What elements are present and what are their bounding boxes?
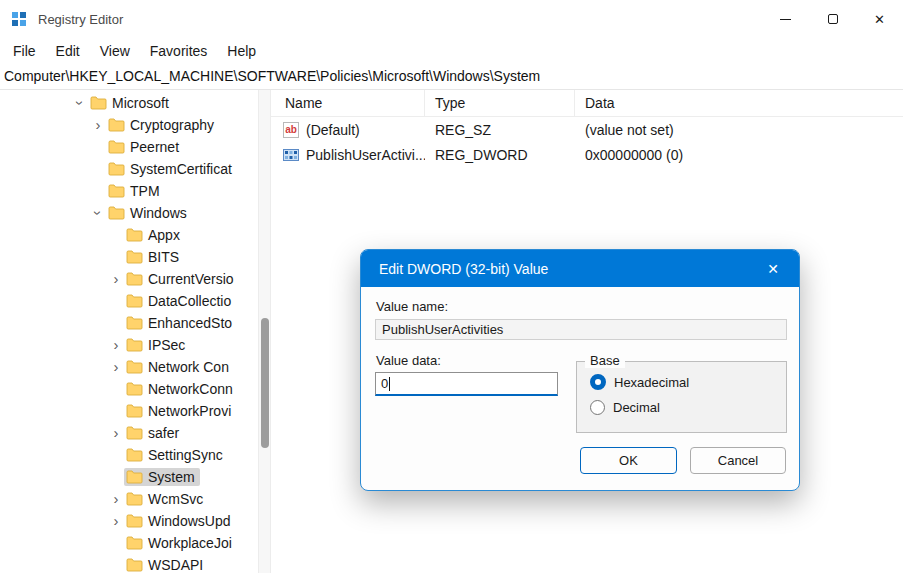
tree-item-wsdapi[interactable]: WSDAPI (0, 554, 258, 573)
radio-decimal[interactable]: Decimal (590, 400, 660, 415)
folder-icon (90, 96, 107, 110)
tree-item-datacollectio[interactable]: DataCollectio (0, 290, 258, 312)
address-path: Computer\HKEY_LOCAL_MACHINE\SOFTWARE\Pol… (4, 68, 540, 84)
menu-file[interactable]: File (3, 41, 46, 61)
tree-item-safer[interactable]: ›safer (0, 422, 258, 444)
value-name-input[interactable]: PublishUserActivities (375, 319, 787, 340)
tree-item-label: WcmSvc (148, 491, 203, 507)
menu-help[interactable]: Help (217, 41, 266, 61)
tree-item-label: EnhancedSto (148, 315, 232, 331)
folder-icon (108, 118, 125, 132)
folder-icon (126, 228, 143, 242)
tree-item-network-con[interactable]: ›Network Con (0, 356, 258, 378)
value-type-text: REG_DWORD (425, 147, 575, 163)
chevron-right-icon[interactable]: › (108, 271, 124, 287)
ok-button-label: OK (619, 453, 638, 468)
chevron-down-icon[interactable]: › (90, 205, 106, 221)
folder-icon (126, 514, 143, 528)
base-group: Base HexadecimalDecimal (576, 361, 787, 433)
chevron-right-icon[interactable]: › (108, 491, 124, 507)
folder-icon (126, 536, 143, 550)
tree-scrollbar[interactable] (258, 90, 271, 573)
value-name-text: PublishUserActivi... (306, 147, 425, 163)
cancel-button[interactable]: Cancel (690, 447, 786, 474)
tree-item-networkprovi[interactable]: NetworkProvi (0, 400, 258, 422)
value-name-text: PublishUserActivities (382, 322, 503, 337)
tree-item-tpm[interactable]: TPM (0, 180, 258, 202)
edit-dword-dialog: Edit DWORD (32-bit) Value ✕ Value name: … (360, 249, 800, 491)
value-row-default[interactable]: ab(Default)REG_SZ(value not set) (271, 117, 903, 142)
dialog-close-button[interactable]: ✕ (763, 259, 783, 279)
tree-item-label: TPM (130, 183, 160, 199)
column-header-data[interactable]: Data (575, 90, 903, 116)
tree-item-microsoft[interactable]: ›Microsoft (0, 92, 258, 114)
value-data-text: 0x00000000 (0) (575, 147, 903, 163)
text-caret (389, 377, 390, 391)
tree-item-system[interactable]: System (0, 466, 258, 488)
menu-edit[interactable]: Edit (46, 41, 90, 61)
tree-item-enhancedsto[interactable]: EnhancedSto (0, 312, 258, 334)
tree-item-bits[interactable]: BITS (0, 246, 258, 268)
menu-view[interactable]: View (90, 41, 140, 61)
tree-item-windowsupd[interactable]: ›WindowsUpd (0, 510, 258, 532)
dword-value-icon (283, 147, 299, 163)
maximize-button[interactable] (809, 0, 856, 38)
minimize-button[interactable] (762, 0, 809, 38)
value-data-text: 0 (381, 376, 388, 391)
tree-item-cryptography[interactable]: ›Cryptography (0, 114, 258, 136)
close-button[interactable]: ✕ (856, 0, 903, 38)
tree-item-workplacejoi[interactable]: WorkplaceJoi (0, 532, 258, 554)
dialog-close-icon: ✕ (767, 261, 779, 277)
value-row-publishuseractivi[interactable]: PublishUserActivi...REG_DWORD0x00000000 … (271, 142, 903, 167)
tree-item-peernet[interactable]: Peernet (0, 136, 258, 158)
tree-item-wcmsvc[interactable]: ›WcmSvc (0, 488, 258, 510)
tree-item-appx[interactable]: Appx (0, 224, 258, 246)
chevron-right-icon[interactable]: › (108, 513, 124, 529)
menubar: FileEditViewFavoritesHelp (0, 38, 903, 63)
menu-favorites[interactable]: Favorites (140, 41, 218, 61)
ok-button[interactable]: OK (580, 447, 677, 474)
tree-item-label: Cryptography (130, 117, 214, 133)
values-header: NameTypeData (271, 90, 903, 117)
scrollbar-thumb[interactable] (261, 318, 269, 448)
value-name-text: (Default) (306, 122, 360, 138)
folder-icon (126, 250, 143, 264)
tree-item-systemcertificat[interactable]: SystemCertificat (0, 158, 258, 180)
folder-icon (126, 338, 143, 352)
folder-icon (126, 316, 143, 330)
chevron-right-icon[interactable]: › (108, 359, 124, 375)
folder-icon (126, 492, 143, 506)
folder-icon (108, 206, 125, 220)
value-data-input[interactable]: 0 (375, 372, 558, 396)
window-title: Registry Editor (38, 12, 123, 27)
folder-icon (126, 294, 143, 308)
radio-checked-icon (590, 374, 606, 390)
tree-item-label: SystemCertificat (130, 161, 232, 177)
value-data-text: (value not set) (575, 122, 903, 138)
tree-item-currentversio[interactable]: ›CurrentVersio (0, 268, 258, 290)
address-bar[interactable]: Computer\HKEY_LOCAL_MACHINE\SOFTWARE\Pol… (0, 63, 903, 90)
tree-item-label: CurrentVersio (148, 271, 234, 287)
folder-icon (126, 404, 143, 418)
tree-item-networkconn[interactable]: NetworkConn (0, 378, 258, 400)
tree-item-label: Appx (148, 227, 180, 243)
column-header-name[interactable]: Name (271, 90, 425, 116)
tree-item-label: NetworkConn (148, 381, 233, 397)
dialog-body: Value name: PublishUserActivities Value … (361, 287, 799, 490)
chevron-right-icon[interactable]: › (108, 337, 124, 353)
close-icon: ✕ (874, 12, 885, 27)
tree-item-ipsec[interactable]: ›IPSec (0, 334, 258, 356)
radio-hexadecimal[interactable]: Hexadecimal (590, 374, 689, 390)
maximize-icon (828, 14, 838, 24)
chevron-down-icon[interactable]: › (72, 95, 88, 111)
tree-item-label: DataCollectio (148, 293, 231, 309)
chevron-right-icon[interactable]: › (108, 425, 124, 441)
tree-item-label: NetworkProvi (148, 403, 231, 419)
tree-item-settingsync[interactable]: SettingSync (0, 444, 258, 466)
dialog-titlebar[interactable]: Edit DWORD (32-bit) Value ✕ (361, 250, 799, 287)
registry-editor-icon (10, 10, 28, 28)
tree-item-windows[interactable]: ›Windows (0, 202, 258, 224)
tree-item-label: Windows (130, 205, 187, 221)
column-header-type[interactable]: Type (425, 90, 575, 116)
chevron-right-icon[interactable]: › (90, 117, 106, 133)
